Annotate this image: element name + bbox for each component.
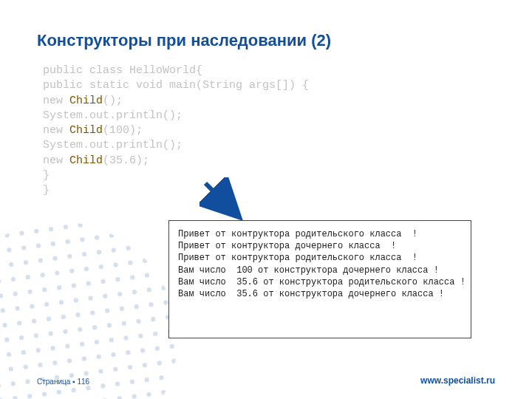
code-line: (35.6); (103, 154, 149, 167)
code-line: public static void main(String args[]) { (43, 79, 309, 92)
code-line: } (43, 184, 50, 197)
code-highlight: Child (69, 124, 103, 137)
output-line: Вам число 35.6 от конструктора родительс… (178, 276, 462, 288)
code-block: public class HelloWorld{ public static v… (43, 64, 309, 198)
page-title: Конструкторы при наследовании (2) (37, 31, 331, 50)
output-line: Вам число 100 от конструктора дочернего … (178, 265, 462, 276)
code-highlight: Child (69, 154, 103, 167)
code-line: new (43, 95, 69, 107)
site-link: www.specialist.ru (420, 375, 495, 386)
code-highlight: Child (69, 95, 103, 107)
code-line: System.out.println(); (43, 109, 183, 122)
code-line: public class HelloWorld{ (43, 64, 202, 77)
code-line: (100); (103, 124, 143, 137)
code-line: } (43, 169, 50, 182)
slide: Конструкторы при наследовании (2) public… (0, 0, 532, 399)
output-line: Привет от контруктора дочернего класса ! (178, 240, 462, 252)
page-number: Страница ▪ 116 (37, 378, 89, 386)
arrow-icon (200, 177, 244, 225)
output-line: Привет от контруктора родительского клас… (178, 252, 462, 264)
code-line: (); (103, 95, 123, 107)
svg-line-1 (205, 183, 231, 208)
output-line: Привет от контруктора родительского клас… (178, 228, 462, 240)
code-line: System.out.println(); (43, 139, 183, 151)
output-line: Вам число 35.6 от конструктора дочернего… (178, 288, 462, 300)
code-line: new (43, 124, 69, 137)
code-line: new (43, 154, 69, 167)
output-box: Привет от контруктора родительского клас… (168, 220, 471, 338)
decoration-dots (0, 206, 193, 399)
